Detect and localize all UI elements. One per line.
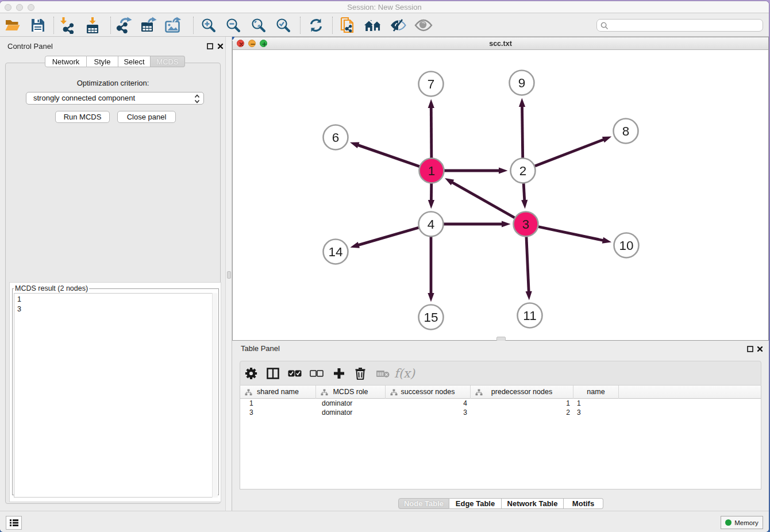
table-cell[interactable]: 1 bbox=[573, 399, 619, 408]
graph-arrowhead-3-1 bbox=[445, 178, 454, 186]
table-cell[interactable]: 4 bbox=[386, 399, 471, 408]
table-row-1[interactable]: 3dominator323 bbox=[240, 408, 761, 417]
export-table-button[interactable] bbox=[139, 16, 159, 35]
table-cell[interactable]: 1 bbox=[471, 399, 573, 408]
graph-arrowhead-4-3 bbox=[502, 221, 511, 227]
graph-arrowhead-2-3 bbox=[521, 200, 528, 209]
table-cell[interactable]: 3 bbox=[240, 408, 316, 417]
run-mcds-button[interactable]: Run MCDS bbox=[55, 111, 110, 123]
column-header-MCDS-role[interactable]: MCDS role bbox=[316, 385, 386, 399]
table-panel: Table Panel bbox=[232, 341, 769, 511]
tab-node-table[interactable]: Node Table bbox=[398, 498, 449, 509]
table-cell[interactable]: dominator bbox=[316, 408, 386, 417]
graph-arrowhead-3-11 bbox=[526, 291, 532, 300]
share-document-button[interactable] bbox=[338, 16, 357, 35]
tab-edge-table[interactable]: Edge Table bbox=[449, 498, 502, 509]
network-canvas[interactable]: 1234678910111415 bbox=[233, 50, 768, 340]
table-panel-close-button[interactable] bbox=[755, 344, 764, 353]
function-builder-button[interactable]: f(x) bbox=[395, 364, 414, 383]
table-cell[interactable]: 3 bbox=[386, 408, 471, 417]
result-scrollbar[interactable] bbox=[212, 293, 218, 498]
memory-button[interactable]: Memory bbox=[721, 516, 763, 529]
tab-style[interactable]: Style bbox=[87, 56, 118, 67]
table-cell[interactable]: dominator bbox=[316, 399, 386, 408]
zoom-in-button[interactable] bbox=[199, 16, 218, 35]
zoom-out-button[interactable] bbox=[224, 16, 243, 35]
mcds-result-textarea[interactable]: 1 3 bbox=[14, 293, 217, 498]
export-network-icon bbox=[116, 17, 133, 34]
tab-select[interactable]: Select bbox=[118, 56, 151, 67]
search-field[interactable] bbox=[596, 19, 763, 32]
table-row-0[interactable]: 1dominator411 bbox=[240, 399, 761, 408]
deselect-all-columns-button[interactable] bbox=[307, 364, 326, 383]
graph-node-label-1: 1 bbox=[428, 164, 436, 178]
import-network-button[interactable] bbox=[57, 16, 77, 35]
close-panel-button[interactable]: Close panel bbox=[117, 111, 176, 123]
network-graph: 1234678910111415 bbox=[233, 50, 768, 340]
graph-arrowhead-1-6 bbox=[350, 142, 359, 148]
zoom-selected-button[interactable] bbox=[274, 16, 293, 35]
toolbar-separator bbox=[110, 17, 111, 34]
table-panel-title: Table Panel bbox=[241, 344, 280, 353]
search-input[interactable] bbox=[611, 20, 760, 30]
select-arrows-icon bbox=[194, 94, 200, 103]
table-cell[interactable]: 2 bbox=[471, 408, 573, 417]
show-details-button[interactable] bbox=[414, 16, 433, 35]
refresh-button[interactable] bbox=[306, 16, 326, 35]
import-table-button[interactable] bbox=[83, 16, 102, 35]
save-icon bbox=[30, 18, 45, 33]
splitter-grip[interactable] bbox=[227, 271, 231, 279]
save-session-button[interactable] bbox=[28, 16, 48, 35]
export-image-button[interactable] bbox=[163, 16, 183, 35]
delete-columns-button[interactable] bbox=[351, 364, 369, 383]
graph-arrowhead-3-10 bbox=[602, 237, 611, 244]
open-folder-icon bbox=[5, 18, 21, 33]
column-header-shared-name[interactable]: shared name bbox=[240, 385, 316, 399]
task-history-button[interactable] bbox=[6, 516, 22, 530]
export-network-button[interactable] bbox=[115, 16, 134, 35]
add-column-button[interactable] bbox=[330, 364, 348, 383]
column-header-label: predecessor nodes bbox=[471, 385, 573, 399]
column-header-name[interactable]: name bbox=[573, 385, 619, 399]
graph-arrowhead-1-7 bbox=[428, 99, 434, 108]
split-columns-button[interactable] bbox=[264, 364, 282, 383]
vertical-splitter[interactable] bbox=[225, 37, 232, 511]
table-settings-button[interactable] bbox=[242, 364, 260, 383]
select-all-columns-button[interactable] bbox=[286, 364, 304, 383]
graph-node-label-11: 11 bbox=[523, 309, 536, 323]
column-header-predecessor-nodes[interactable]: predecessor nodes bbox=[471, 385, 573, 399]
delete-table-button[interactable] bbox=[374, 364, 392, 383]
zoom-out-icon bbox=[226, 18, 241, 33]
mcds-result-legend: MCDS result (2 nodes) bbox=[14, 284, 89, 292]
hide-details-button[interactable] bbox=[388, 16, 408, 35]
split-columns-icon bbox=[267, 368, 279, 379]
graph-arrowhead-1-2 bbox=[499, 167, 508, 174]
export-table-icon bbox=[140, 17, 157, 34]
float-icon bbox=[747, 346, 753, 352]
zoom-fit-button[interactable] bbox=[249, 16, 268, 35]
table-panel-float-button[interactable] bbox=[745, 344, 754, 353]
home-button[interactable] bbox=[363, 16, 383, 35]
control-panel-float-button[interactable] bbox=[205, 41, 214, 51]
network-window-titlebar[interactable]: scc.txt bbox=[233, 37, 768, 50]
tab-mcds[interactable]: MCDS bbox=[151, 56, 185, 67]
control-panel-tabs: Network Style Select MCDS bbox=[45, 56, 185, 67]
open-session-button[interactable] bbox=[3, 16, 22, 35]
tab-network-table[interactable]: Network Table bbox=[502, 498, 564, 509]
table-cell[interactable]: 1 bbox=[240, 399, 316, 408]
tab-motifs[interactable]: Motifs bbox=[564, 498, 603, 509]
node-table: shared nameMCDS rolesuccessor nodesprede… bbox=[240, 385, 761, 489]
tab-network[interactable]: Network bbox=[45, 56, 87, 67]
memory-label: Memory bbox=[734, 519, 759, 526]
gear-icon bbox=[245, 367, 257, 380]
export-image-icon bbox=[164, 17, 182, 34]
column-header-successor-nodes[interactable]: successor nodes bbox=[386, 385, 471, 399]
graph-node-label-9: 9 bbox=[518, 76, 526, 90]
control-panel-close-button[interactable] bbox=[215, 41, 225, 51]
criterion-select[interactable]: strongly connected component bbox=[26, 92, 204, 105]
mcds-result-fieldset: MCDS result (2 nodes) 1 3 bbox=[12, 284, 219, 495]
table-cell[interactable]: 3 bbox=[573, 408, 619, 417]
checked-boxes-icon bbox=[288, 370, 302, 377]
graph-node-label-6: 6 bbox=[332, 130, 340, 145]
window-title: Session: New Session bbox=[0, 1, 769, 13]
